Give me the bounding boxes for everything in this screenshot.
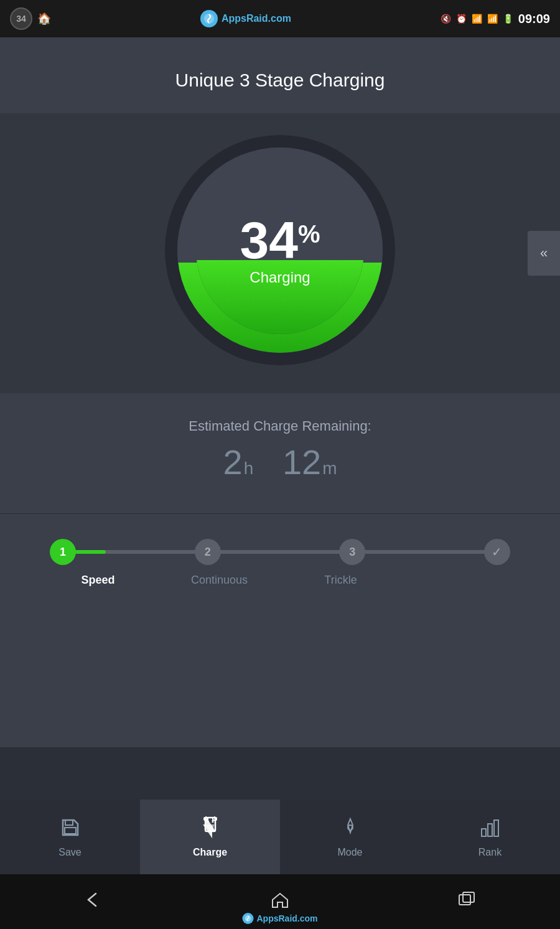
nav-rank-label: Rank xyxy=(478,847,502,858)
mode-icon xyxy=(339,816,362,842)
badge-count: 34 xyxy=(16,14,26,24)
page-title: Unique 3 Stage Charging xyxy=(0,52,560,103)
collapse-icon: « xyxy=(540,245,548,261)
android-back-button[interactable] xyxy=(82,889,105,915)
status-time: 09:09 xyxy=(518,12,550,26)
svg-rect-15 xyxy=(494,820,498,836)
battery-percent-value: 34 xyxy=(240,214,297,266)
status-right: 🔇 ⏰ 📶 📶 🔋 09:09 xyxy=(441,12,550,26)
bottom-nav: Save Charge Mode xyxy=(0,800,560,874)
android-footer: AppsRaid.com xyxy=(242,913,317,924)
signal-icon: 📶 xyxy=(487,14,498,24)
wifi-icon: 📶 xyxy=(472,14,482,24)
stage-label-2: Continuous xyxy=(159,574,280,587)
rank-icon xyxy=(479,816,502,842)
svg-rect-17 xyxy=(463,892,474,902)
nav-save-label: Save xyxy=(58,847,81,858)
estimated-time: 2h 12m xyxy=(12,442,548,482)
status-bar: 34 🏠 AppsRaid.com 🔇 ⏰ 📶 📶 🔋 09:09 xyxy=(0,0,560,37)
status-left: 34 🏠 xyxy=(10,7,51,30)
battery-percent-symbol: % xyxy=(298,222,320,246)
stage-label-3: Trickle xyxy=(280,574,401,587)
stage-label-1: Speed xyxy=(37,574,159,587)
stage-label-check xyxy=(401,574,523,587)
svg-rect-4 xyxy=(65,828,76,834)
estimated-section: Estimated Charge Remaining: 2h 12m xyxy=(0,393,560,513)
alarm-icon: ⏰ xyxy=(456,14,467,24)
svg-rect-16 xyxy=(459,895,470,905)
nav-charge[interactable]: Charge xyxy=(140,800,280,874)
battery-section: « 34 % Charging xyxy=(0,113,560,393)
stage-dot-1[interactable]: 1 xyxy=(50,539,76,565)
collapse-button[interactable]: « xyxy=(528,231,560,276)
status-center: AppsRaid.com xyxy=(200,10,291,27)
hours-unit: h xyxy=(244,459,254,478)
android-home-button[interactable] xyxy=(269,889,291,915)
appsraid-text: AppsRaid.com xyxy=(222,13,291,24)
stage-section: 1 2 3 ✓ Speed Continuous Trickle xyxy=(0,513,560,618)
android-nav-bar: AppsRaid.com xyxy=(0,874,560,929)
stage-dot-3[interactable]: 3 xyxy=(339,539,365,565)
notification-badge: 34 xyxy=(10,7,32,30)
nav-mode-label: Mode xyxy=(337,847,362,858)
stage-dot-2[interactable]: 2 xyxy=(195,539,221,565)
battery-charging-status: Charging xyxy=(250,269,310,286)
nav-mode[interactable]: Mode xyxy=(280,800,420,874)
nav-save[interactable]: Save xyxy=(0,800,140,874)
battery-gauge: 34 % Charging xyxy=(162,132,398,368)
save-icon xyxy=(59,816,82,842)
hours-value: 2 xyxy=(223,442,242,482)
android-recent-button[interactable] xyxy=(455,889,478,915)
minutes-value: 12 xyxy=(282,442,321,482)
stage-dot-check[interactable]: ✓ xyxy=(484,539,510,565)
svg-rect-14 xyxy=(488,824,492,836)
nav-rank[interactable]: Rank xyxy=(420,800,560,874)
appsraid-logo xyxy=(200,10,218,27)
charge-icon xyxy=(199,816,222,842)
stage-labels: Speed Continuous Trickle xyxy=(37,574,523,587)
svg-rect-13 xyxy=(482,829,486,836)
footer-logo xyxy=(242,913,253,924)
minutes-unit: m xyxy=(322,459,337,478)
home-status-icon: 🏠 xyxy=(37,12,51,26)
battery-status-icon: 🔋 xyxy=(503,14,513,24)
estimated-label: Estimated Charge Remaining: xyxy=(12,418,548,434)
mute-icon: 🔇 xyxy=(441,14,451,24)
footer-text: AppsRaid.com xyxy=(256,913,317,923)
nav-charge-label: Charge xyxy=(193,847,227,858)
